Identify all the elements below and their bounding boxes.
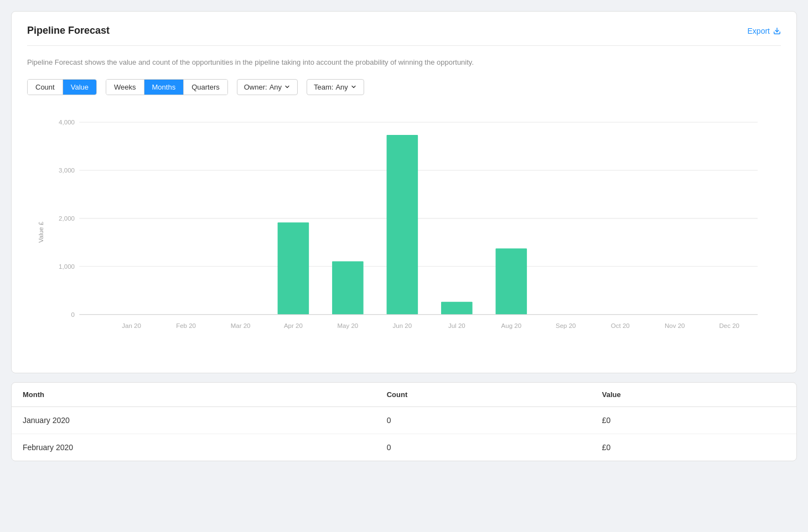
team-label: Team: (314, 83, 333, 91)
owner-chevron-icon (284, 84, 291, 90)
owner-filter-button[interactable]: Owner: Any (237, 79, 298, 95)
y-tick-2000: 2,000 (59, 215, 75, 222)
row-value: £0 (591, 434, 796, 461)
page-title: Pipeline Forecast (27, 25, 110, 36)
x-label-jul: Jul 20 (448, 322, 465, 328)
x-label-may: May 20 (337, 322, 358, 328)
table-header: Month Count Value (12, 383, 796, 407)
description-text: Pipeline Forecast shows the value and co… (27, 57, 781, 68)
card-header: Pipeline Forecast Export (27, 25, 781, 46)
col-header-value: Value (591, 383, 796, 407)
y-tick-1000: 1,000 (59, 263, 75, 270)
bar-may (332, 261, 364, 314)
col-header-month: Month (12, 383, 376, 407)
table-header-row: Month Count Value (12, 383, 796, 407)
x-label-jan: Jan 20 (122, 322, 141, 328)
data-table: Month Count Value January 2020 0 £0 Febr… (12, 383, 796, 461)
metric-value-button[interactable]: Value (63, 80, 96, 95)
table-row: February 2020 0 £0 (12, 434, 796, 461)
chart-container: Value £ 4,000 3,000 2,000 1,000 0 Jan 20… (27, 111, 781, 354)
x-label-aug: Aug 20 (501, 322, 521, 328)
x-label-jun: Jun 20 (393, 322, 412, 328)
bar-jul (441, 301, 473, 314)
row-value: £0 (591, 406, 796, 434)
owner-value: Any (270, 83, 282, 91)
x-label-feb: Feb 20 (176, 322, 196, 328)
x-label-sep: Sep 20 (556, 322, 576, 328)
row-count: 0 (376, 406, 591, 434)
y-tick-4000: 4,000 (59, 119, 75, 126)
row-count: 0 (376, 434, 591, 461)
download-icon (773, 27, 781, 35)
owner-label: Owner: (244, 83, 267, 91)
bar-aug (496, 248, 527, 314)
controls-row: Count Value Weeks Months Quarters Owner:… (27, 79, 781, 95)
period-weeks-button[interactable]: Weeks (106, 80, 144, 95)
row-month: February 2020 (12, 434, 376, 461)
team-filter-button[interactable]: Team: Any (307, 79, 364, 95)
bar-chart: Value £ 4,000 3,000 2,000 1,000 0 Jan 20… (27, 111, 781, 354)
x-label-mar: Mar 20 (231, 322, 251, 328)
period-months-button[interactable]: Months (144, 80, 184, 95)
export-label: Export (748, 27, 770, 35)
metric-button-group: Count Value (27, 79, 97, 95)
data-table-card: Month Count Value January 2020 0 £0 Febr… (11, 382, 797, 461)
y-tick-0: 0 (71, 311, 75, 317)
x-label-dec: Dec 20 (719, 322, 739, 328)
forecast-card: Pipeline Forecast Export Pipeline Foreca… (11, 11, 797, 373)
row-month: January 2020 (12, 406, 376, 434)
x-label-apr: Apr 20 (284, 322, 303, 328)
team-value: Any (335, 83, 348, 91)
y-axis-label: Value £ (38, 221, 44, 243)
table-row: January 2020 0 £0 (12, 406, 796, 434)
x-label-nov: Nov 20 (665, 322, 685, 328)
team-chevron-icon (350, 84, 357, 90)
bar-jun (387, 135, 418, 315)
table-body: January 2020 0 £0 February 2020 0 £0 (12, 406, 796, 461)
period-button-group: Weeks Months Quarters (106, 79, 228, 95)
bar-apr (278, 222, 309, 315)
period-quarters-button[interactable]: Quarters (184, 80, 227, 95)
export-button[interactable]: Export (748, 27, 781, 35)
col-header-count: Count (376, 383, 591, 407)
metric-count-button[interactable]: Count (28, 80, 63, 95)
x-label-oct: Oct 20 (611, 322, 630, 328)
y-tick-3000: 3,000 (59, 167, 75, 174)
